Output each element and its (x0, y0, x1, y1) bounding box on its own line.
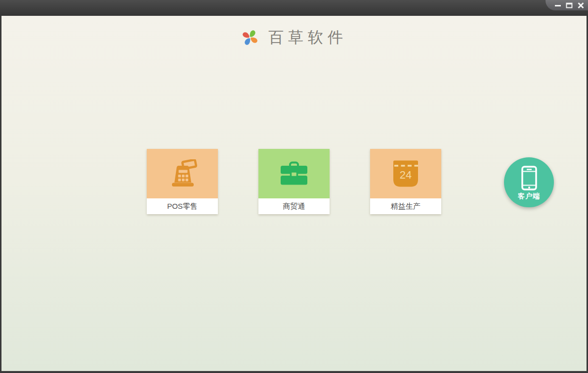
app-window: 百草软件 (0, 0, 588, 373)
close-button[interactable] (577, 2, 585, 9)
briefcase-clasp (291, 172, 297, 177)
pinwheel-logo-icon (241, 29, 259, 47)
calendar-day-number: 24 (400, 169, 412, 181)
cash-register-keys (178, 170, 189, 182)
product-card-lean-top: 24 (370, 149, 441, 198)
logo-petals (243, 30, 257, 45)
briefcase-icon (279, 161, 309, 186)
minimize-button[interactable] (554, 2, 562, 9)
window-controls (546, 0, 588, 10)
product-card-trade[interactable]: 商贸通 (258, 149, 330, 214)
app-header: 百草软件 (1, 27, 587, 48)
maximize-button[interactable] (565, 2, 573, 9)
product-card-trade-label: 商贸通 (258, 198, 330, 214)
title-bar[interactable] (0, 0, 588, 16)
minimize-icon (554, 2, 561, 8)
main-content: 百草软件 (1, 16, 587, 371)
calendar-icon: 24 (391, 160, 420, 187)
product-card-lean[interactable]: 24 精益生产 (370, 149, 441, 214)
product-card-pos-label: POS零售 (147, 198, 218, 214)
product-card-trade-top (258, 149, 330, 198)
product-card-pos-top (147, 149, 218, 198)
client-button[interactable]: 客户端 (504, 157, 554, 207)
product-card-pos[interactable]: POS零售 (147, 149, 218, 214)
client-button-label: 客户端 (518, 192, 540, 201)
smartphone-icon (521, 166, 537, 190)
product-card-lean-label: 精益生产 (370, 198, 441, 214)
maximize-icon (566, 2, 573, 8)
app-title: 百草软件 (268, 27, 347, 48)
cash-register-icon (167, 159, 198, 188)
close-icon (578, 2, 584, 8)
